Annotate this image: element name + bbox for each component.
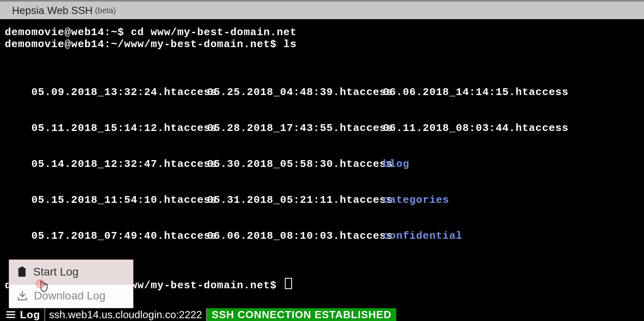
file-entry: 06.06.2018_14:14:15.htaccess bbox=[383, 86, 568, 98]
file-entry: 06.11.2018_08:03:44.htaccess bbox=[383, 122, 568, 134]
download-log-button[interactable]: Download Log bbox=[9, 284, 133, 308]
file-entry: 05.31.2018_05:21:11.htaccess bbox=[207, 194, 383, 206]
svg-rect-1 bbox=[20, 267, 24, 269]
dir-entry: categories bbox=[383, 194, 568, 206]
terminal-line: demomovie@web14:~$ cd www/my-best-domain… bbox=[5, 26, 639, 38]
dir-entry: blog bbox=[383, 158, 568, 170]
menu-icon bbox=[6, 311, 15, 318]
connection-status: SSH CONNECTION ESTABLISHED bbox=[207, 308, 396, 321]
start-log-button[interactable]: Start Log bbox=[9, 260, 133, 284]
command-text: cd www/my-best-domain.net bbox=[131, 26, 296, 38]
file-entry: 06.06.2018_08:10:03.htaccess bbox=[207, 230, 383, 242]
start-log-label: Start Log bbox=[33, 266, 79, 278]
title-bar: Hepsia Web SSH (beta) bbox=[0, 0, 644, 19]
svg-rect-0 bbox=[18, 268, 26, 277]
file-entry: 05.17.2018_07:49:40.htaccess bbox=[31, 230, 207, 242]
file-entry: 05.28.2018_17:43:55.htaccess bbox=[207, 122, 383, 134]
log-label: Log bbox=[20, 309, 40, 321]
ls-output: 05.09.2018_13:32:24.htaccess 05.11.2018_… bbox=[5, 50, 639, 278]
dir-entry: confidential bbox=[383, 230, 568, 242]
log-menu-popup: Start Log Download Log bbox=[9, 260, 133, 308]
file-entry: 05.14.2018_12:32:47.htaccess bbox=[31, 158, 207, 170]
host-indicator: ssh.web14.us.cloudlogin.co:2222 bbox=[45, 308, 207, 321]
file-entry: 05.09.2018_13:32:24.htaccess bbox=[31, 86, 207, 98]
download-icon bbox=[17, 291, 28, 301]
clipboard-icon bbox=[17, 266, 27, 277]
log-menu-toggle[interactable]: Log bbox=[0, 308, 45, 321]
host-text: ssh.web14.us.cloudlogin.co:2222 bbox=[49, 309, 202, 321]
file-entry: 05.15.2018_11:54:10.htaccess bbox=[31, 194, 207, 206]
download-log-label: Download Log bbox=[34, 289, 105, 302]
terminal-line: demomovie@web14:~/www/my-best-domain.net… bbox=[5, 38, 639, 50]
prompt-text: demomovie@web14:~$ bbox=[5, 26, 131, 38]
app-title: Hepsia Web SSH bbox=[12, 4, 93, 17]
prompt-text: demomovie@web14:~/www/my-best-domain.net… bbox=[5, 38, 283, 50]
terminal-cursor bbox=[285, 278, 292, 289]
file-entry: 05.11.2018_15:14:12.htaccess bbox=[31, 122, 207, 134]
connection-text: SSH CONNECTION ESTABLISHED bbox=[212, 309, 392, 321]
file-entry: 05.30.2018_05:58:30.htaccess bbox=[207, 158, 383, 170]
app-title-suffix: (beta) bbox=[95, 6, 116, 15]
status-bar: Log ssh.web14.us.cloudlogin.co:2222 SSH … bbox=[0, 308, 644, 321]
command-text: ls bbox=[283, 38, 296, 50]
file-entry: 05.25.2018_04:48:39.htaccess bbox=[207, 86, 383, 98]
